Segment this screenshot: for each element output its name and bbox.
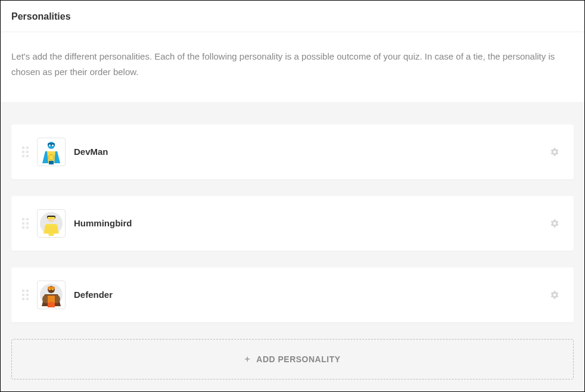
personality-name: DevMan [74,147,542,157]
avatar [37,209,66,238]
svg-point-2 [49,144,51,146]
personalities-panel: Personalities Let's add the different pe… [0,0,585,392]
svg-rect-5 [49,161,54,164]
svg-rect-1 [48,143,55,146]
svg-rect-13 [48,287,55,290]
svg-point-14 [49,288,50,290]
svg-point-3 [52,144,54,146]
description-text: Let's add the different personalities. E… [1,32,584,102]
panel-header: Personalities [1,1,584,32]
personalities-list: DevMan Hummingbird [1,102,584,392]
svg-rect-9 [48,217,55,219]
personality-card[interactable]: Hummingbird [11,196,574,251]
personality-card[interactable]: Defender [11,267,574,322]
personality-name: Hummingbird [74,218,542,228]
plus-icon: + [244,354,250,365]
svg-rect-10 [45,226,58,233]
drag-handle-icon[interactable] [22,147,29,157]
personality-name: Defender [74,290,542,300]
add-personality-button[interactable]: + ADD PERSONALITY [11,339,574,379]
svg-point-15 [52,288,53,290]
personality-card[interactable]: DevMan [11,125,574,179]
page-title: Personalities [11,11,574,22]
add-button-label: ADD PERSONALITY [256,354,340,364]
avatar [37,281,66,309]
gear-icon[interactable] [550,147,559,157]
svg-point-4 [49,154,54,160]
avatar [37,138,66,166]
drag-handle-icon[interactable] [22,218,29,229]
drag-handle-icon[interactable] [22,290,29,300]
gear-icon[interactable] [550,219,559,228]
gear-icon[interactable] [550,290,559,300]
